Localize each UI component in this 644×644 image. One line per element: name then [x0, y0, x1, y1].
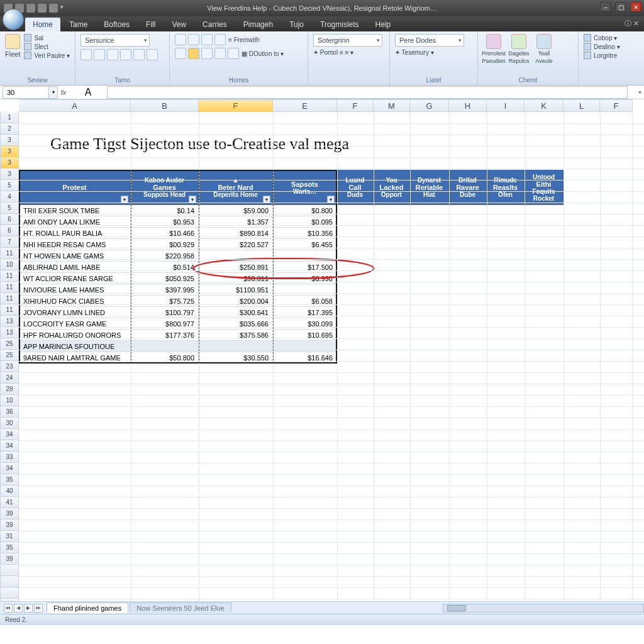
row-header[interactable]: 41: [0, 497, 19, 508]
row-header[interactable]: 36: [0, 406, 19, 418]
align-button[interactable]: [214, 48, 226, 59]
table-row[interactable]: ABLIRHAD LAMIL HABE$0.514$250.891$17.500: [19, 262, 564, 273]
cell[interactable]: $100.797: [131, 307, 199, 318]
cells-btn-b[interactable]: DagelesRepulcs: [508, 34, 530, 64]
cell[interactable]: $0.800: [273, 205, 337, 216]
cell[interactable]: $0.095: [273, 216, 337, 228]
column-header[interactable]: E: [273, 99, 337, 112]
ribbon-tab[interactable]: Pimageh: [236, 18, 280, 31]
qat-icon[interactable]: [38, 4, 47, 13]
sheet-tab[interactable]: Now Seenirers 50 Jeed Elue: [130, 602, 231, 613]
row-header[interactable]: 25: [0, 338, 19, 350]
table-row[interactable]: HT. ROIALL PAUR BALIA$10.466$890.814$10.…: [19, 228, 564, 239]
column-header[interactable]: A: [19, 99, 131, 112]
pomol-button[interactable]: ✦ Pomol ≡ ≡ ▾: [313, 49, 353, 56]
cell[interactable]: $10.695: [273, 330, 337, 341]
table-row[interactable]: WT ACLIOR REANE SARGE$050.925$90.811$0.9…: [19, 273, 564, 284]
cell[interactable]: 9ARED NAIR LAMTRAL GAME: [19, 352, 131, 364]
cell[interactable]: WT ACLIOR REANE SARGE: [19, 273, 131, 284]
column-header[interactable]: H: [449, 99, 487, 112]
sal-button[interactable]: Sal: [24, 34, 70, 42]
horizontal-scrollbar[interactable]: [443, 604, 644, 613]
spreadsheet-grid[interactable]: ABFEFMGHIKLF 123333545667111011111111131…: [0, 99, 644, 625]
cell[interactable]: [273, 341, 337, 352]
row-header[interactable]: 40: [0, 486, 19, 497]
tesemury-button[interactable]: ✦ Tesemury ▾: [395, 49, 434, 56]
cell[interactable]: $17.500: [273, 262, 337, 273]
cell[interactable]: $050.925: [131, 273, 199, 284]
cell[interactable]: $220.958: [131, 250, 199, 262]
align-button[interactable]: [214, 34, 226, 45]
align-button[interactable]: [175, 34, 186, 45]
format-painter-button[interactable]: Veri Pauire ▾: [24, 52, 70, 59]
styles-combo[interactable]: Pere Dodes: [395, 34, 464, 47]
align-button[interactable]: [175, 48, 186, 59]
row-header[interactable]: [0, 576, 19, 587]
minimize-button[interactable]: –: [600, 2, 611, 12]
column-header[interactable]: G: [410, 99, 449, 112]
cell[interactable]: XIHIUHUD FACK CIABES: [19, 296, 131, 307]
column-header[interactable]: M: [374, 99, 410, 112]
row-header[interactable]: 10: [0, 395, 19, 406]
cell[interactable]: $200.004: [199, 296, 273, 307]
row-header[interactable]: 6: [0, 214, 19, 225]
table-header[interactable]: UntoodEithiFoquits Rocket: [525, 170, 564, 205]
ribbon-tab[interactable]: Fill: [138, 18, 163, 31]
row-header[interactable]: 3: [0, 135, 19, 146]
row-header[interactable]: 11: [0, 282, 19, 293]
table-row[interactable]: AMI ONDY LAAN LIKME$0.953$1.357$0.095: [19, 216, 564, 228]
table-row[interactable]: JOVORANY LUMN LINED$100.797$300.641$17.3…: [19, 307, 564, 318]
row-header[interactable]: 11: [0, 270, 19, 282]
cell[interactable]: $75.725: [131, 296, 199, 307]
cell[interactable]: JOVORANY LUMN LINED: [19, 307, 131, 318]
table-row[interactable]: NT HOWEN LAME GAMS$220.958: [19, 250, 564, 262]
sheet-tab-active[interactable]: Fhand plinined games: [47, 602, 128, 613]
cell[interactable]: $50.800: [131, 352, 199, 364]
cell[interactable]: $1100.951: [199, 284, 273, 296]
table-row[interactable]: TRII EXER SOUK TMBE$0.14$59.000$0.800: [19, 205, 564, 216]
cell[interactable]: $17.395: [273, 307, 337, 318]
cells-btn-c[interactable]: TeallAveole: [533, 34, 555, 64]
column-header[interactable]: F: [600, 99, 633, 112]
ribbon-tab[interactable]: Boftoes: [96, 18, 137, 31]
table-header[interactable]: YouLackedOpport: [374, 170, 410, 205]
row-header[interactable]: 1: [0, 112, 19, 123]
cell[interactable]: AMI ONDY LAAN LIKME: [19, 216, 131, 228]
maximize-button[interactable]: ▢: [615, 2, 626, 12]
ribbon-help-icon[interactable]: ⓘ ✕: [625, 19, 639, 28]
cell[interactable]: [273, 284, 337, 296]
row-header[interactable]: 25: [0, 350, 19, 361]
cell[interactable]: $90.811: [199, 273, 273, 284]
align-button[interactable]: [188, 34, 199, 45]
cell[interactable]: $6.455: [273, 239, 337, 250]
row-header[interactable]: 33: [0, 452, 19, 463]
table-row[interactable]: NIVIOURE LAME HAMES$397.995$1100.951: [19, 284, 564, 296]
column-header[interactable]: K: [525, 99, 564, 112]
table-header[interactable]: LuandCallDuds: [337, 170, 374, 205]
cell[interactable]: $250.891: [199, 262, 273, 273]
cell[interactable]: APP MARINCIA SFOUTIOUE: [19, 341, 131, 352]
row-header[interactable]: 3: [0, 169, 19, 180]
cell[interactable]: TRII EXER SOUK TMBE: [19, 205, 131, 216]
column-header[interactable]: F: [337, 99, 374, 112]
cell[interactable]: [131, 341, 199, 352]
cell[interactable]: $59.000: [199, 205, 273, 216]
table-row[interactable]: APP MARINCIA SFOUTIOUE: [19, 341, 564, 352]
table-row[interactable]: LOCCROITY EASR GAME$800.977$035.666$30.0…: [19, 318, 564, 330]
cell[interactable]: $16.646: [273, 352, 337, 364]
underline-button[interactable]: [107, 49, 118, 60]
row-header[interactable]: 34: [0, 463, 19, 474]
ribbon-tab[interactable]: Carries: [195, 18, 235, 31]
font-color-button[interactable]: [147, 49, 158, 60]
editing-a[interactable]: Cobop ▾: [584, 34, 620, 42]
editing-c[interactable]: Lorgritre: [584, 52, 620, 59]
cell[interactable]: $30.099: [273, 318, 337, 330]
cell[interactable]: NT HOWEN LAME GAMS: [19, 250, 131, 262]
name-box[interactable]: 30: [3, 86, 49, 99]
qat-icon[interactable]: [26, 4, 35, 13]
cells-btn-a[interactable]: PrenolestPseudien: [483, 34, 504, 64]
paste-button[interactable]: Fleet: [5, 34, 20, 58]
row-header[interactable]: 24: [0, 372, 19, 384]
cell[interactable]: HPF ROHALURGD ONORORS: [19, 330, 131, 341]
row-header[interactable]: 35: [0, 542, 19, 553]
